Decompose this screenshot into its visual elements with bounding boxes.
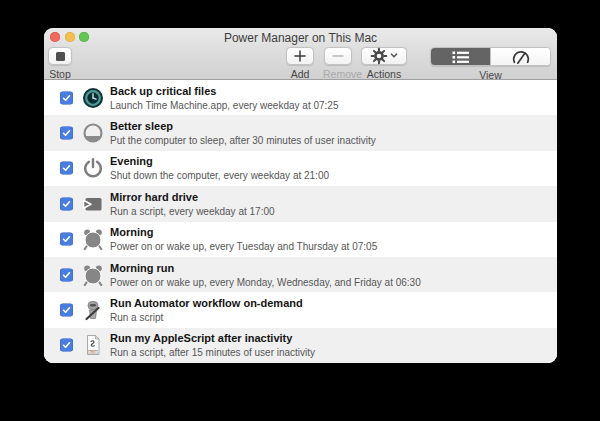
task-icon: TEXT: [82, 264, 104, 286]
task-row[interactable]: TEXT Morning Power on or wake up, every …: [44, 222, 557, 257]
task-checkbox[interactable]: [60, 197, 73, 210]
window-title: Power Manager on This Mac: [44, 31, 557, 45]
checkmark-icon: [61, 340, 72, 351]
task-icon: TEXT: [82, 193, 104, 215]
task-detail: Run a script: [110, 310, 303, 323]
task-detail: Run a script, after 15 minutes of user i…: [110, 346, 315, 359]
task-detail: Run a script, every weekday at 17:00: [110, 204, 275, 217]
task-detail: Put the computer to sleep, after 30 minu…: [110, 134, 376, 147]
task-detail: Launch Time Machine.app, every weekday a…: [110, 98, 338, 111]
task-row[interactable]: TEXT Better sleep Put the computer to sl…: [44, 115, 557, 150]
task-checkbox[interactable]: [60, 91, 73, 104]
sleep-icon: [82, 122, 104, 144]
svg-text:TEXT: TEXT: [90, 350, 97, 354]
toolbar: Stop Add Remove: [44, 45, 557, 80]
task-row[interactable]: TEXT Back up critical files Launch Time …: [44, 80, 557, 115]
stop-label: Stop: [48, 68, 72, 80]
view-group: View: [430, 47, 551, 81]
minus-icon: [332, 50, 344, 62]
task-checkbox[interactable]: [60, 303, 73, 316]
task-title: Run my AppleScript after inactivity: [110, 332, 315, 345]
view-segmented-control: [430, 47, 551, 66]
run-script-icon: [82, 193, 104, 215]
task-title: Morning: [110, 226, 377, 239]
task-icon: TEXT: [82, 87, 104, 109]
task-text: Evening Shut down the computer, every we…: [110, 155, 329, 182]
checkmark-icon: [61, 269, 72, 280]
checkmark-icon: [61, 304, 72, 315]
actions-button-icons: [370, 47, 398, 65]
task-checkbox[interactable]: [60, 339, 73, 352]
alarm-clock-icon: [82, 264, 104, 286]
list-bullets-icon: [451, 49, 471, 65]
task-icon: TEXT: [82, 228, 104, 250]
stop-square-icon: [56, 52, 65, 61]
automator-robot-icon: [82, 299, 104, 321]
task-text: Mirror hard drive Run a script, every we…: [110, 190, 275, 217]
task-detail: Shut down the computer, every weekday at…: [110, 169, 329, 182]
task-row[interactable]: TEXT Evening Shut down the computer, eve…: [44, 151, 557, 186]
task-title: Run Automator workflow on-demand: [110, 296, 303, 309]
checkmark-icon: [61, 128, 72, 139]
checkmark-icon: [61, 198, 72, 209]
task-row[interactable]: TEXT Mirror hard drive Run a script, eve…: [44, 186, 557, 221]
chevron-down-icon: [392, 54, 397, 57]
actions-label: Actions: [361, 68, 407, 80]
remove-label: Remove: [323, 68, 352, 80]
task-checkbox[interactable]: [60, 127, 73, 140]
task-icon: TEXT: [82, 157, 104, 179]
checkmark-icon: [61, 163, 72, 174]
task-title: Morning run: [110, 261, 421, 274]
task-icon: TEXT: [82, 122, 104, 144]
task-row[interactable]: TEXT Run Automator workflow on-demand Ru…: [44, 292, 557, 327]
actions-group: Actions: [361, 47, 407, 80]
gauge-icon: [511, 49, 531, 65]
task-row[interactable]: TEXT Morning run Power on or wake up, ev…: [44, 257, 557, 292]
task-checkbox[interactable]: [60, 268, 73, 281]
add-label: Add: [286, 68, 314, 80]
checkmark-icon: [61, 234, 72, 245]
task-detail: Power on or wake up, every Tuesday and T…: [110, 240, 377, 253]
add-group: Add: [286, 47, 314, 80]
task-icon: TEXT: [82, 299, 104, 321]
stop-group: Stop: [48, 47, 72, 80]
task-text: Back up critical files Launch Time Machi…: [110, 84, 338, 111]
task-text: Better sleep Put the computer to sleep, …: [110, 120, 376, 147]
remove-group: Remove: [323, 47, 352, 80]
alarm-clock-icon: [82, 228, 104, 250]
actions-button[interactable]: [361, 47, 407, 65]
task-checkbox[interactable]: [60, 233, 73, 246]
time-machine-icon: [82, 87, 104, 109]
applescript-document-icon: TEXT: [82, 334, 104, 356]
task-title: Back up critical files: [110, 84, 338, 97]
add-button[interactable]: [286, 47, 314, 65]
desktop-background: { "window": { "title": "Power Manager on…: [0, 0, 600, 421]
titlebar[interactable]: Power Manager on This Mac: [44, 28, 557, 45]
view-segment-gauge[interactable]: [490, 48, 550, 65]
task-title: Mirror hard drive: [110, 190, 275, 203]
task-list: TEXT Back up critical files Launch Time …: [44, 80, 557, 363]
gear-icon: [372, 49, 387, 64]
remove-button[interactable]: [324, 47, 352, 65]
task-title: Better sleep: [110, 120, 376, 133]
window-header: Power Manager on This Mac Stop Add: [44, 28, 557, 80]
checkmark-icon: [61, 92, 72, 103]
plus-icon: [294, 50, 306, 62]
task-title: Evening: [110, 155, 329, 168]
task-text: Morning run Power on or wake up, every M…: [110, 261, 421, 288]
task-row[interactable]: TEXT Run my AppleScript after inactivity…: [44, 328, 557, 363]
stop-button[interactable]: [48, 47, 72, 65]
task-text: Run my AppleScript after inactivity Run …: [110, 332, 315, 359]
task-text: Morning Power on or wake up, every Tuesd…: [110, 226, 377, 253]
task-detail: Power on or wake up, every Monday, Wedne…: [110, 275, 421, 288]
view-segment-list[interactable]: [431, 48, 490, 65]
task-checkbox[interactable]: [60, 162, 73, 175]
task-text: Run Automator workflow on-demand Run a s…: [110, 296, 303, 323]
app-window: Power Manager on This Mac Stop Add: [44, 28, 557, 363]
power-icon: [82, 157, 104, 179]
task-icon: TEXT: [82, 334, 104, 356]
